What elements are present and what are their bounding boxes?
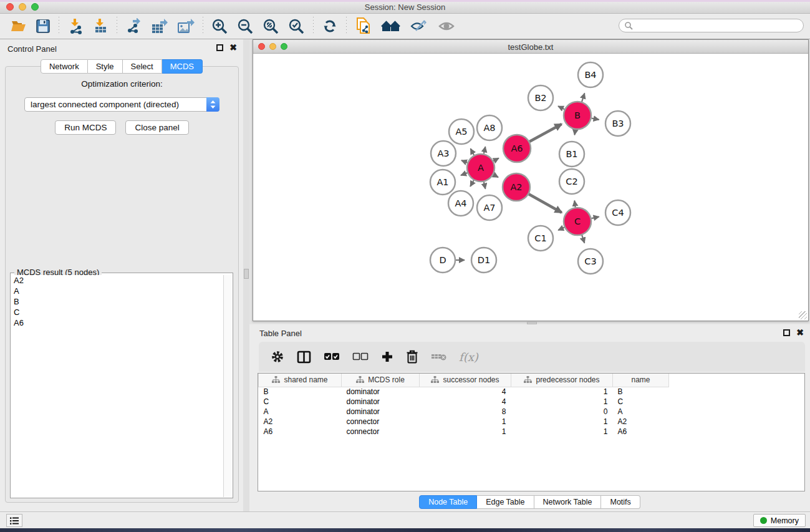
open-session-icon[interactable]: [6, 17, 31, 35]
table-cell[interactable]: A6: [259, 427, 342, 437]
zoom-fit-icon[interactable]: [258, 17, 284, 36]
column-view-icon[interactable]: [292, 348, 316, 366]
graph-node-C1[interactable]: C1: [528, 226, 553, 251]
export-table-icon[interactable]: [147, 17, 173, 36]
table-cell[interactable]: 4: [420, 397, 511, 407]
graph-edge-A-A4[interactable]: [470, 180, 474, 186]
divider-grip[interactable]: [244, 269, 249, 279]
import-table-icon[interactable]: [88, 17, 113, 36]
graph-node-B3[interactable]: B3: [605, 111, 630, 136]
table-cell[interactable]: 4: [420, 387, 511, 397]
criterion-dropdown[interactable]: largest connected component (directed): [24, 97, 219, 112]
table-cell[interactable]: 1: [511, 427, 613, 437]
graph-node-A8[interactable]: A8: [477, 115, 502, 140]
memory-status-button[interactable]: Memory: [753, 514, 806, 527]
graph-edge-B-B3[interactable]: [592, 118, 599, 120]
show-hidden-icon[interactable]: [433, 17, 460, 35]
close-panel-icon[interactable]: ✖: [796, 329, 804, 336]
graph-node-A1[interactable]: A1: [430, 170, 455, 195]
graph-edge-C-C4[interactable]: [591, 217, 599, 219]
graph-node-B4[interactable]: B4: [578, 62, 603, 87]
column-header-predecessor-nodes[interactable]: predecessor nodes: [511, 374, 613, 387]
graph-node-B2[interactable]: B2: [528, 85, 553, 110]
zoom-selected-icon[interactable]: [284, 17, 309, 36]
table-row[interactable]: A2connector11A2: [259, 417, 669, 427]
gear-icon[interactable]: [266, 347, 289, 366]
search-field[interactable]: [619, 19, 804, 32]
graph-edge-A6-B[interactable]: [529, 124, 561, 142]
graph-edge-C-C2[interactable]: [574, 201, 575, 208]
table-cell[interactable]: 1: [420, 427, 511, 437]
float-panel-icon[interactable]: [783, 329, 790, 336]
table-cell[interactable]: C: [613, 397, 669, 407]
graph-node-B[interactable]: B: [564, 102, 591, 129]
table-row[interactable]: A6connector11A6: [259, 427, 669, 437]
graph-edge-B-B2[interactable]: [558, 106, 564, 109]
result-list-item[interactable]: C: [11, 307, 223, 317]
table-cell[interactable]: A2: [259, 417, 342, 427]
graph-node-D1[interactable]: D1: [471, 248, 496, 273]
graph-edge-A-A2[interactable]: [493, 175, 498, 177]
table-row[interactable]: Cdominator41C: [259, 397, 669, 407]
table-cell[interactable]: 1: [511, 387, 613, 397]
close-network-button[interactable]: [258, 43, 265, 50]
table-cell[interactable]: A6: [613, 427, 669, 437]
unselect-all-icon[interactable]: [348, 350, 373, 364]
tab-node-table[interactable]: Node Table: [419, 495, 477, 509]
network-canvas[interactable]: AA1A2A3A4A5A6A7A8BB1B2B3B4CC1C2C3C4DD1: [253, 54, 808, 321]
table-cell[interactable]: B: [613, 387, 669, 397]
graph-edge-A-A8[interactable]: [484, 147, 485, 153]
graph-node-C4[interactable]: C4: [605, 200, 630, 225]
home-neighborhood-icon[interactable]: [377, 17, 405, 35]
graph-node-B1[interactable]: B1: [559, 142, 584, 167]
graph-edge-A2-C[interactable]: [529, 194, 562, 213]
table-cell[interactable]: dominator: [342, 407, 420, 417]
minimize-network-button[interactable]: [269, 43, 276, 50]
graph-node-A7[interactable]: A7: [477, 195, 502, 220]
tab-network[interactable]: Network: [41, 59, 88, 74]
table-cell[interactable]: 0: [511, 407, 613, 417]
column-header-name[interactable]: name: [613, 374, 669, 387]
refresh-view-icon[interactable]: [317, 17, 342, 36]
run-mcds-button[interactable]: Run MCDS: [55, 120, 116, 135]
table-cell[interactable]: B: [259, 387, 342, 397]
float-panel-icon[interactable]: [216, 44, 223, 51]
result-list-item[interactable]: B: [11, 296, 223, 307]
graph-node-C2[interactable]: C2: [559, 169, 584, 194]
graph-node-A3[interactable]: A3: [431, 141, 456, 166]
table-cell[interactable]: 1: [511, 417, 613, 427]
table-row[interactable]: Bdominator41B: [259, 387, 669, 397]
delete-column-icon[interactable]: [402, 347, 423, 366]
export-image-icon[interactable]: [173, 17, 199, 36]
graph-node-A2[interactable]: A2: [503, 173, 530, 201]
tab-style[interactable]: Style: [88, 59, 123, 74]
graph-edge-A-A7[interactable]: [484, 181, 485, 188]
window-resize-grip[interactable]: [799, 311, 807, 319]
graph-node-C3[interactable]: C3: [578, 249, 603, 274]
graph-node-A4[interactable]: A4: [448, 191, 473, 216]
table-cell[interactable]: 8: [420, 407, 511, 417]
graph-edge-A-A5[interactable]: [471, 148, 475, 155]
zoom-in-icon[interactable]: [207, 17, 233, 36]
tab-mcds[interactable]: MCDS: [162, 59, 203, 74]
table-cell[interactable]: A: [259, 407, 342, 417]
graph-node-A[interactable]: A: [467, 154, 494, 181]
add-column-icon[interactable]: [377, 348, 398, 365]
zoom-out-icon[interactable]: [233, 17, 258, 36]
graph-node-A5[interactable]: A5: [449, 119, 474, 144]
table-cell[interactable]: dominator: [342, 387, 420, 397]
function-builder-icon[interactable]: f(x): [455, 348, 483, 366]
close-panel-button[interactable]: Close panel: [125, 120, 188, 135]
zoom-network-button[interactable]: [281, 43, 287, 50]
table-row[interactable]: Adominator80A: [259, 407, 669, 417]
panel-divider[interactable]: [243, 39, 249, 511]
tab-network-table[interactable]: Network Table: [534, 495, 602, 509]
column-header-shared-name[interactable]: shared name: [259, 374, 342, 387]
save-session-icon[interactable]: [31, 17, 55, 35]
export-network-icon[interactable]: [121, 17, 147, 36]
delete-table-icon[interactable]: [427, 349, 451, 364]
tab-select[interactable]: Select: [123, 59, 162, 74]
graph-edge-B-B4[interactable]: [582, 93, 584, 102]
search-input[interactable]: [633, 20, 803, 31]
select-all-icon[interactable]: [319, 350, 344, 364]
